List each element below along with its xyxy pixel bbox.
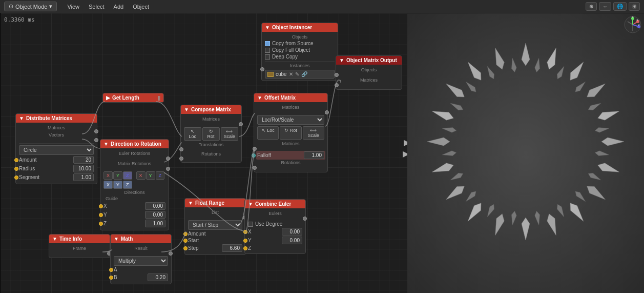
scroll-right-arrow[interactable]: ▶ <box>403 148 407 158</box>
use-degree-check[interactable] <box>248 222 253 227</box>
offset-dropdown-row[interactable]: Loc/Rot/Scale <box>257 114 324 125</box>
node-get-length-header[interactable]: ▶ Get Length || <box>103 93 163 102</box>
instancer-arrow: ▼ <box>265 25 270 30</box>
svg-marker-29 <box>534 211 541 226</box>
math-title: Math <box>121 236 133 242</box>
menu-object[interactable]: Object <box>129 3 153 11</box>
viewport-3d[interactable]: X Y Z <box>407 13 644 293</box>
shape-row[interactable]: Circle <box>19 145 94 155</box>
icon-btn-settings[interactable]: ⊞ <box>629 2 640 11</box>
cube-link-btn[interactable]: 🔗 <box>301 71 307 77</box>
svg-marker-1 <box>545 47 560 71</box>
section-matrix: Matrix Rotations <box>103 161 165 167</box>
math-dropdown[interactable]: Multiply <box>114 256 168 266</box>
x-btn2[interactable]: X <box>136 171 146 180</box>
svg-marker-25 <box>595 150 610 157</box>
y-btn1[interactable]: Y <box>113 171 122 180</box>
svg-marker-9 <box>545 212 560 237</box>
menu-add[interactable]: Add <box>110 3 128 11</box>
scale-btn[interactable]: ⟺ Scale <box>221 127 239 141</box>
svg-marker-31 <box>485 203 496 218</box>
deep-copy-check[interactable] <box>265 54 270 60</box>
icon-btn-cursor[interactable]: ⊕ <box>586 2 597 11</box>
node-offset-matrix: ▼ Offset Matrix Matrices Loc/Rot/Scale ↖… <box>254 93 328 172</box>
matrix-row <box>103 167 165 171</box>
cube-edit-btn[interactable]: ✎ <box>295 71 299 77</box>
scroll-right-arrow2[interactable]: ▶ <box>404 137 407 147</box>
svg-marker-11 <box>491 212 506 237</box>
euler-x-label: X <box>248 229 280 235</box>
rot-btn[interactable]: ↻ Rot <box>202 127 220 141</box>
copy-source-label: Copy from Source <box>272 41 335 46</box>
segment-value: 1.00 <box>73 173 94 181</box>
offset-mat-in-row <box>257 147 324 151</box>
svg-marker-17 <box>444 81 467 101</box>
time-info-arrow: ▼ <box>52 236 57 242</box>
section-matrices5: Matrices <box>257 141 324 147</box>
menu-view[interactable]: View <box>63 3 84 11</box>
loc-btn[interactable]: ↖ Loc <box>184 127 201 141</box>
compose-btn-row: ↖ Loc ↻ Rot ⟺ Scale <box>184 127 238 141</box>
instancer-title: Object Instancer <box>272 25 312 30</box>
section-objects: Objects <box>265 34 335 40</box>
cube-remove-btn[interactable]: ✕ <box>289 71 293 77</box>
offset-rot-btn[interactable]: ↻ Rot <box>280 126 301 140</box>
z-btn1[interactable]: Z <box>123 171 132 180</box>
topbar-icons: ⊕ ↔ 🌐 ⊞ <box>586 2 644 11</box>
euler-x-row: X 0.00 <box>248 227 302 236</box>
panel-divider[interactable] <box>0 13 1 293</box>
compose-header[interactable]: ▼ Compose Matrix <box>181 105 241 114</box>
euler-header[interactable]: ▼ Combine Euler <box>245 200 305 208</box>
node-distribute-matrices-header[interactable]: ▼ Distribute Matrices <box>16 114 97 123</box>
svg-marker-20 <box>534 57 541 72</box>
float-dropdown-row[interactable]: Start / Step <box>188 220 242 230</box>
euler-y-row: Y 0.00 <box>248 236 302 245</box>
dir-y-value: 0.00 <box>145 211 165 219</box>
offset-loc-btn[interactable]: ↖ Loc <box>257 126 279 140</box>
instances-label: Instances <box>265 63 335 69</box>
instancer-header[interactable]: ▼ Object Instancer <box>262 23 338 32</box>
nav-gizmo[interactable]: X Y Z <box>624 15 642 34</box>
x-active[interactable]: X <box>103 181 113 189</box>
icon-btn-globe[interactable]: 🌐 <box>613 2 627 11</box>
copy-full-check[interactable] <box>265 48 270 53</box>
menu-select[interactable]: Select <box>85 3 109 11</box>
time-info-header[interactable]: ▼ Time Info <box>49 235 110 243</box>
z-active[interactable]: Z <box>123 181 132 189</box>
dir-rot-header[interactable]: ▼ Direction to Rotation <box>100 140 169 148</box>
section-rotations2: Rotations <box>257 160 324 166</box>
compose-arrow: ▼ <box>184 107 189 112</box>
section-rotations: Rotations <box>184 151 238 157</box>
section-matrices: Matrices <box>19 125 94 131</box>
step-label: Step <box>188 245 220 251</box>
section-objects2: Objects <box>339 67 399 73</box>
obj-matrix-header[interactable]: ▼ Object Matrix Output <box>336 56 402 65</box>
translations-row <box>184 148 238 151</box>
section-translations: Translations <box>184 142 238 148</box>
offset-dropdown[interactable]: Loc/Rot/Scale <box>257 115 324 125</box>
offset-header[interactable]: ▼ Offset Matrix <box>254 93 327 102</box>
icon-btn-move[interactable]: ↔ <box>599 2 611 11</box>
x-btn1[interactable]: X <box>103 171 113 180</box>
node-object-instancer: ▼ Object Instancer Objects Copy from Sou… <box>261 23 338 81</box>
dir-z-row: Z 1.00 <box>103 219 165 228</box>
float-range-header[interactable]: ▼ Float Range <box>185 199 245 207</box>
copy-source-check[interactable] <box>265 41 270 46</box>
section-eulers: Eulers <box>248 210 302 217</box>
y-btn2[interactable]: Y <box>146 171 155 180</box>
deep-copy-row: Deep Copy <box>265 53 335 60</box>
object-mode-selector[interactable]: ⊙ Object Mode ▾ <box>4 2 57 11</box>
math-header[interactable]: ▼ Math <box>111 235 171 243</box>
offset-scale-btn[interactable]: ⟺ Scale <box>303 126 324 140</box>
shape-dropdown[interactable]: Circle <box>19 145 94 155</box>
math-dropdown-row[interactable]: Multiply <box>114 256 168 266</box>
float-dropdown[interactable]: Start / Step <box>188 220 242 230</box>
svg-marker-30 <box>510 211 517 226</box>
node-title: Distribute Matrices <box>26 115 72 121</box>
navigation-widget[interactable]: X Y Z <box>624 15 642 34</box>
node-editor[interactable]: 0.3360 ms <box>0 13 407 293</box>
z-btn2[interactable]: Z <box>156 171 165 180</box>
y-active[interactable]: Y <box>113 181 122 189</box>
offset-arrow: ▼ <box>257 95 262 101</box>
compose-title: Compose Matrix <box>191 107 231 112</box>
